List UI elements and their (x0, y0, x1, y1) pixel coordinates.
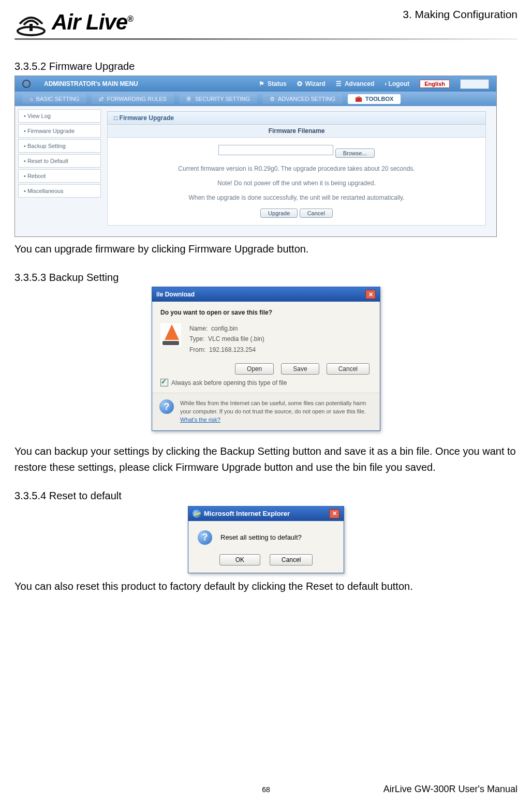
whats-the-risk-link[interactable]: What's the risk? (180, 417, 220, 423)
file-type-icon (160, 323, 181, 346)
sidebar-item-miscellaneous[interactable]: • Miscellaneous (18, 184, 101, 198)
nav-logout[interactable]: › Logout (385, 80, 409, 87)
cancel-button[interactable]: Cancel (327, 363, 370, 375)
upgrade-button[interactable]: Upgrade (260, 209, 298, 218)
nav-advanced[interactable]: ☰Advanced (336, 80, 374, 87)
question-icon: ? (198, 530, 212, 545)
section-heading-firmware: 3.3.5.2 Firmware Upgrade (14, 61, 518, 72)
chapter-title: 3. Making Configuration (403, 8, 518, 21)
dialog-title: ile Download (156, 291, 195, 298)
tab-advanced-setting[interactable]: ⚙ADVANCED SETTING (262, 94, 343, 104)
panel-info-line-1: Current firmware version is R0.29g0. The… (178, 165, 415, 172)
section2-body-text: You can backup your settings by clicking… (14, 443, 518, 475)
header-divider (14, 38, 518, 40)
tab-toolbox[interactable]: 🧰TOOLBOX (348, 94, 401, 104)
tab-basic-setting[interactable]: ⌂BASIC SETTING (22, 94, 86, 103)
name-label: Name: (189, 325, 208, 332)
svg-rect-1 (29, 24, 33, 31)
type-value: VLC media file (.bin) (208, 335, 264, 343)
sidebar-item-view-log[interactable]: • View Log (18, 109, 101, 123)
screenshot-file-download-dialog: ile Download ✕ Do you want to open or sa… (152, 287, 380, 431)
sidebar-item-backup-setting[interactable]: • Backup Setting (18, 139, 101, 153)
panel-column-header: Firmware Filename (107, 125, 486, 138)
panel-info-line-2: Note! Do not power off the unit when it … (217, 180, 376, 187)
screenshot-firmware-upgrade: ADMINISTRATOR's MAIN MENU ⚑Status ✪Wizar… (14, 76, 497, 237)
ok-button[interactable]: OK (219, 554, 260, 566)
close-icon[interactable]: ✕ (365, 290, 376, 299)
type-label: Type: (189, 335, 204, 343)
logo-text: Air Live (52, 10, 127, 34)
ie-dialog-title: Microsoft Internet Explorer (204, 510, 290, 517)
logo-reg: ® (127, 14, 133, 23)
section1-body-text: You can upgrade firmware by clicking Fir… (14, 241, 518, 257)
always-ask-checkbox[interactable] (160, 379, 168, 386)
tab-forwarding-rules[interactable]: ⇄FORWARDING RULES (92, 94, 174, 104)
from-label: From: (189, 346, 205, 353)
brand-logo: Air Live® (14, 8, 133, 36)
cancel-button[interactable]: Cancel (270, 554, 313, 566)
sidebar-item-reset-default[interactable]: • Reset to Default (18, 154, 101, 168)
sidebar-item-firmware-upgrade[interactable]: • Firmware Upgrade (18, 124, 101, 138)
from-value: 192.168.123.254 (209, 346, 256, 353)
always-ask-label: Always ask before opening this type of f… (171, 379, 287, 386)
ie-icon (193, 510, 201, 518)
panel-info-line-3: When the upgrade is done successfully, t… (188, 194, 404, 201)
browse-button[interactable]: Browse... (335, 148, 375, 158)
close-icon[interactable]: ✕ (329, 509, 339, 518)
nav-status[interactable]: ⚑Status (259, 80, 287, 87)
ie-dialog-message: Reset all setting to default? (220, 533, 302, 541)
section-heading-reset: 3.3.5.4 Reset to default (14, 490, 518, 502)
airlive-mark-icon (14, 8, 48, 36)
dialog-warning-text: While files from the Internet can be use… (180, 399, 373, 424)
language-select[interactable] (460, 79, 489, 89)
language-label: English (420, 80, 450, 88)
screenshot-ie-confirm-dialog: Microsoft Internet Explorer ✕ ? Reset al… (188, 506, 344, 573)
page-number: 68 (262, 785, 270, 794)
tab-security-setting[interactable]: ⛨SECURITY SETTING (179, 94, 257, 103)
cancel-button[interactable]: Cancel (300, 209, 333, 218)
section3-body-text: You can also reset this product to facto… (14, 578, 518, 594)
section-heading-backup: 3.3.5.3 Backup Setting (14, 272, 518, 284)
footer-manual-title: AirLive GW-300R User's Manual (383, 784, 518, 795)
open-button[interactable]: Open (235, 363, 274, 375)
admin-menu-icon (22, 80, 31, 88)
help-icon: ? (159, 399, 174, 414)
firmware-file-input[interactable] (218, 145, 333, 155)
admin-main-menu-label: ADMINISTRATOR's MAIN MENU (44, 80, 138, 87)
name-value: config.bin (211, 325, 238, 332)
save-button[interactable]: Save (281, 363, 319, 375)
dialog-question: Do you want to open or save this file? (160, 309, 372, 316)
nav-wizard[interactable]: ✪Wizard (297, 80, 326, 87)
panel-title: □ Firmware Upgrade (107, 111, 486, 125)
sidebar-item-reboot[interactable]: • Reboot (18, 169, 101, 183)
